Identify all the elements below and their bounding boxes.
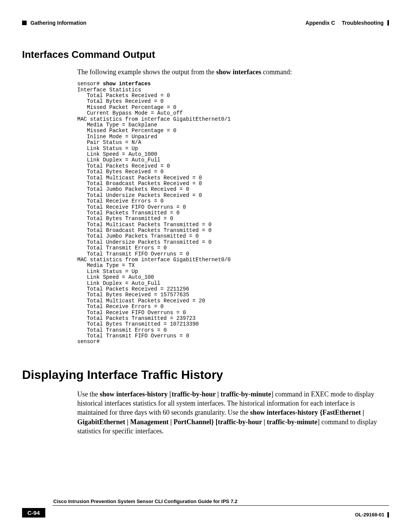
appendix-title: Troubleshooting: [342, 20, 384, 26]
header-right: Appendix C Troubleshooting: [306, 20, 389, 26]
code-prompt: sensor#: [77, 81, 103, 87]
bar-icon: [387, 20, 389, 26]
code-output: sensor# show interfaces Interface Statis…: [77, 81, 389, 345]
code-command: show interfaces: [103, 81, 151, 87]
footer-right: OL-29168-01: [355, 512, 389, 518]
footer-rule: [53, 505, 389, 506]
footer-left: C-94: [22, 508, 48, 518]
code-lines: Interface Statistics Total Packets Recei…: [77, 87, 231, 345]
page: Gathering Information Appendix C Trouble…: [0, 0, 411, 532]
cmd1: show interfaces-history: [100, 390, 167, 398]
intro-paragraph: The following example shows the output f…: [77, 67, 385, 77]
p2: [: [167, 390, 172, 398]
footer-row: C-94 OL-29168-01: [22, 508, 389, 518]
doc-number: OL-29168-01: [355, 512, 384, 518]
intro-pre: The following example shows the output f…: [77, 68, 216, 76]
page-header: Gathering Information Appendix C Trouble…: [22, 20, 389, 26]
section-heading: Interfaces Command Output: [22, 49, 389, 61]
bar-icon: [387, 512, 389, 518]
description-paragraph: Use the show interfaces-history [traffic…: [77, 390, 385, 436]
square-icon: [22, 21, 27, 25]
intro-post: command:: [261, 68, 292, 76]
appendix-label: Appendix C: [306, 20, 335, 26]
intro-cmd: show interfaces: [216, 68, 261, 76]
p1: Use the: [77, 390, 100, 398]
page-number: C-94: [22, 508, 45, 518]
header-section: Gathering Information: [30, 20, 86, 26]
main-heading: Displaying Interface Traffic History: [22, 368, 389, 382]
footer-guide-title: Cisco Intrusion Prevention System Sensor…: [53, 498, 389, 504]
page-footer: Cisco Intrusion Prevention System Sensor…: [22, 498, 389, 518]
header-left: Gathering Information: [22, 20, 86, 26]
cmd2: traffic-by-hour | traffic-by-minute: [172, 390, 271, 398]
